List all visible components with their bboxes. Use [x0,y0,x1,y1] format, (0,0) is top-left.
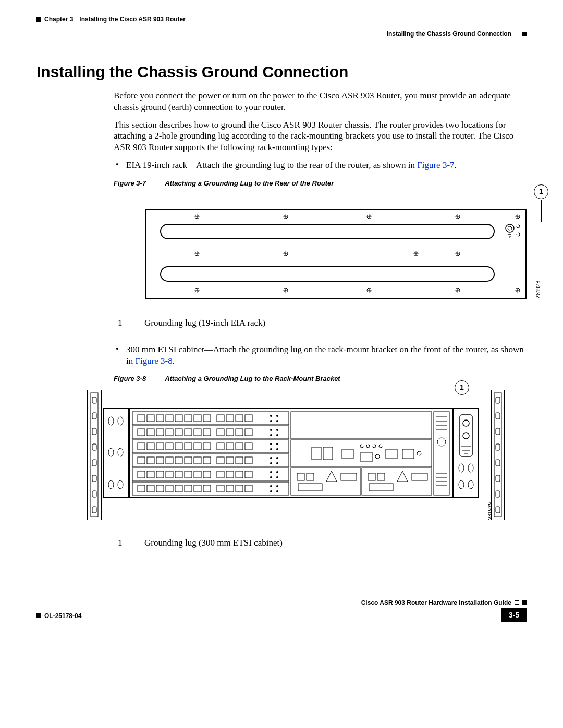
svg-point-172 [276,420,278,422]
svg-rect-99 [156,415,164,422]
svg-rect-110 [147,429,154,436]
svg-rect-60 [92,460,96,466]
intro-paragraph-1: Before you connect the power or turn on … [114,90,527,113]
svg-point-189 [270,485,272,487]
svg-rect-128 [203,443,211,450]
intro-paragraph-2: This section describes how to ground the… [114,119,527,153]
svg-rect-165 [217,485,224,492]
svg-rect-57 [92,413,96,419]
chapter-number: Chapter 3 [44,16,73,23]
section-header-row: Installing the Chassis Ground Connection [36,30,527,38]
svg-rect-116 [203,429,211,436]
callout-leader-line [541,200,542,222]
svg-rect-213 [368,473,375,480]
svg-rect-59 [92,444,96,450]
svg-rect-102 [185,415,192,422]
svg-rect-0 [145,209,526,298]
svg-rect-111 [156,429,164,436]
page-number: 3-5 [501,608,527,622]
svg-rect-71 [496,507,500,513]
svg-rect-152 [203,471,211,478]
header-square-fill-icon [522,32,527,36]
svg-point-181 [270,457,272,459]
svg-rect-149 [175,471,182,478]
svg-rect-113 [175,429,182,436]
svg-rect-132 [245,443,252,450]
svg-point-88 [459,464,464,472]
svg-rect-163 [194,485,201,492]
ground-lug-icon [460,415,472,456]
svg-rect-112 [166,429,173,436]
svg-point-182 [276,457,278,459]
svg-rect-158 [147,485,154,492]
svg-rect-216 [412,473,427,480]
svg-rect-168 [245,485,252,492]
figure-3-7-diagram: 1 [145,194,541,303]
figure-id: 281929 [487,502,494,520]
svg-point-177 [270,443,272,445]
svg-rect-72 [103,409,128,497]
svg-rect-136 [166,457,173,464]
svg-point-173 [270,429,272,431]
bullet-text: EIA 19-inch rack—Attach the grounding lu… [126,160,417,170]
svg-rect-69 [496,475,500,482]
footer-bullet-icon [36,613,41,618]
figure-3-7-link[interactable]: Figure 3-7 [417,160,454,170]
figure-number: Figure 3-7 [114,179,146,187]
svg-rect-147 [156,471,164,478]
callout-1: 1 [534,184,548,222]
svg-point-169 [270,415,272,417]
router-rear-svg [145,194,541,303]
svg-rect-155 [236,471,243,478]
svg-rect-55 [494,393,501,517]
figure-3-8-diagram: 1 [82,390,510,523]
svg-point-191 [270,490,272,492]
legend-number: 1 [114,534,140,552]
svg-point-89 [468,464,473,472]
svg-rect-142 [226,457,234,464]
svg-rect-214 [377,473,385,480]
svg-rect-164 [203,485,211,492]
footer-square-fill-icon [522,600,527,605]
document-number: OL-25178-04 [44,612,81,620]
svg-rect-139 [194,457,201,464]
svg-point-188 [276,476,278,478]
svg-point-79 [118,480,123,489]
svg-rect-167 [236,485,243,492]
svg-rect-115 [194,429,201,436]
svg-rect-2 [161,267,494,281]
callout-leader-line [462,396,462,412]
svg-point-184 [276,462,278,464]
svg-point-183 [270,462,272,464]
header-bullet-icon [36,17,41,22]
svg-rect-109 [138,429,145,436]
svg-rect-120 [245,429,252,436]
svg-rect-141 [217,457,224,464]
legend-text: Grounding lug (19-inch EIA rack) [140,314,527,332]
router-front-rack-svg [82,390,510,520]
svg-rect-124 [166,443,173,450]
svg-rect-145 [138,471,145,478]
guide-title: Cisco ASR 903 Router Hardware Installati… [361,599,511,607]
svg-rect-61 [92,475,96,482]
svg-rect-1 [161,224,494,239]
svg-rect-151 [194,471,201,478]
svg-rect-159 [156,485,164,492]
figure-3-8-link[interactable]: Figure 3-8 [135,356,172,366]
svg-point-87 [468,480,473,489]
svg-rect-133 [138,457,145,464]
svg-rect-103 [194,415,201,422]
svg-rect-134 [147,457,154,464]
svg-point-171 [270,420,272,422]
svg-point-179 [270,448,272,450]
svg-rect-137 [175,457,182,464]
svg-rect-118 [226,429,234,436]
svg-rect-114 [185,429,192,436]
svg-rect-119 [236,429,243,436]
figure-3-7-caption: Figure 3-7Attaching a Grounding Lug to t… [114,179,527,188]
svg-rect-153 [217,471,224,478]
svg-point-170 [276,415,278,417]
svg-rect-135 [156,457,164,464]
svg-point-186 [276,471,278,473]
svg-rect-123 [156,443,164,450]
